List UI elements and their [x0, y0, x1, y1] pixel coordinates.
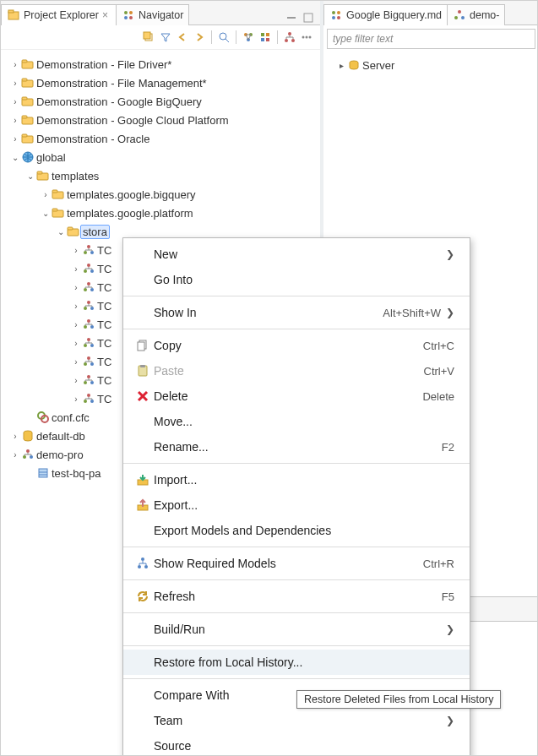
menu-item[interactable]: Go Into [123, 267, 470, 292]
expand-icon[interactable]: ▸ [335, 61, 347, 70]
tree-item-label: TC [95, 300, 111, 313]
expand-icon[interactable]: › [70, 339, 82, 348]
tree-item[interactable]: ›Demonstration - Google Cloud Platform [1, 111, 320, 129]
expand-icon[interactable]: › [70, 302, 82, 311]
svg-point-69 [84, 400, 87, 403]
tab-editor[interactable]: Google Bigquery.md [323, 4, 448, 25]
menu-item-label: Build/Run [154, 623, 441, 636]
maximize-icon[interactable] [302, 11, 315, 24]
presentation-icon[interactable] [258, 30, 272, 44]
expand-icon[interactable]: › [9, 432, 21, 441]
menu-item[interactable]: Build/Run❯ [123, 617, 470, 642]
tree-item[interactable]: ⌄global [1, 148, 320, 166]
tree-item[interactable]: ›Demonstration - Oracle [1, 129, 320, 148]
hierarchy-icon[interactable] [283, 30, 296, 44]
expand-icon[interactable]: › [9, 79, 21, 88]
svg-point-23 [306, 36, 308, 39]
collapse-icon[interactable]: ⌄ [24, 171, 36, 181]
svg-point-20 [285, 39, 288, 42]
tree-item-label: TC [95, 281, 111, 294]
svg-point-74 [26, 449, 30, 453]
svg-rect-77 [39, 469, 47, 477]
menu-item-accelerator: Alt+Shift+W [383, 307, 441, 319]
menu-item[interactable]: Export Models and Dependencies [123, 518, 470, 543]
menu-item[interactable]: CopyCtrl+C [123, 333, 470, 358]
menu-item[interactable]: Source [123, 733, 470, 756]
menu-item[interactable]: Team❯ [123, 708, 470, 733]
collapse-icon[interactable]: ⌄ [55, 227, 67, 237]
expand-icon[interactable]: › [70, 320, 82, 329]
collapse-all-icon[interactable] [142, 30, 155, 44]
tree-item-label: global [35, 151, 66, 164]
expand-icon[interactable]: › [9, 450, 21, 460]
expand-icon[interactable]: › [40, 190, 52, 199]
tabbar-controls [280, 11, 320, 24]
search-icon[interactable] [217, 30, 231, 44]
menu-item[interactable]: Show InAlt+Shift+W❯ [123, 300, 470, 325]
tree-item[interactable]: ›templates.google.bigquery [1, 185, 320, 204]
menu-item[interactable]: RefreshF5 [123, 584, 470, 609]
svg-point-3 [129, 11, 133, 14]
collapse-icon[interactable]: ⌄ [9, 153, 21, 162]
menu-item[interactable]: Restore from Local History... [123, 650, 470, 675]
outline-tree[interactable]: ▸ Server [323, 52, 538, 78]
expand-icon[interactable]: › [9, 60, 21, 69]
tree-item[interactable]: ›Demonstration - File Driver* [1, 55, 320, 73]
tree-item-label: default-db [35, 430, 85, 443]
svg-point-50 [87, 282, 90, 286]
back-icon[interactable] [176, 30, 189, 44]
expand-icon[interactable]: › [9, 134, 21, 144]
menu-item[interactable]: Move... [123, 409, 470, 434]
forward-icon[interactable] [193, 30, 206, 44]
svg-point-83 [337, 16, 340, 19]
db-icon [21, 429, 35, 443]
separator [211, 30, 212, 44]
link-icon[interactable] [242, 30, 255, 44]
expand-icon[interactable]: › [9, 116, 21, 125]
tree-item[interactable]: ›Demonstration - File Management* [1, 73, 320, 92]
menu-item[interactable]: New❯ [123, 242, 470, 267]
filter-icon[interactable] [159, 30, 172, 44]
outline-item-server[interactable]: ▸ Server [327, 56, 535, 74]
menu-item[interactable]: Export... [123, 492, 470, 518]
tab-navigator[interactable]: Navigator [116, 4, 190, 25]
svg-point-63 [84, 362, 87, 366]
tab-project-explorer[interactable]: Project Explorer × [1, 4, 117, 25]
svg-point-47 [87, 264, 90, 267]
expand-icon[interactable]: › [70, 264, 82, 274]
menu-item[interactable]: DeleteDelete [123, 383, 470, 409]
expand-icon[interactable]: › [70, 357, 82, 367]
model-icon [453, 8, 466, 22]
menu-item[interactable]: Rename...F2 [123, 434, 470, 460]
delete-icon [132, 389, 154, 403]
tree-item-label: Demonstration - Google Cloud Platform [35, 114, 229, 127]
menu-item-label: New [154, 247, 441, 261]
parquet-icon [36, 466, 50, 480]
expand-icon[interactable]: › [70, 376, 82, 385]
menu-item[interactable]: Show Required ModelsCtrl+R [123, 551, 470, 576]
menu-item-accelerator: Ctrl+C [423, 340, 454, 352]
menu-separator [123, 678, 470, 679]
svg-point-66 [84, 381, 87, 384]
expand-icon[interactable]: › [70, 394, 82, 404]
minimize-icon[interactable] [285, 11, 298, 24]
close-icon[interactable]: × [102, 11, 111, 19]
expand-icon[interactable]: › [70, 283, 82, 292]
project-explorer-icon [7, 8, 20, 22]
svg-point-99 [141, 557, 144, 561]
tree-item[interactable]: ›Demonstration - Google BigQuery [1, 92, 320, 111]
tree-item[interactable]: ⌄templates [1, 166, 320, 185]
tree-item-label: TC [95, 374, 111, 387]
collapse-icon[interactable]: ⌄ [40, 209, 52, 218]
tab-label: Navigator [139, 9, 184, 21]
expand-icon[interactable]: › [9, 97, 21, 106]
svg-point-48 [84, 269, 87, 273]
separator [236, 30, 236, 44]
tab-editor-2[interactable]: demo- [447, 4, 505, 25]
menu-item[interactable]: Import... [123, 467, 470, 492]
filter-input[interactable]: type filter text [327, 29, 535, 49]
expand-icon[interactable]: › [70, 246, 82, 255]
tab-label: demo- [470, 9, 499, 21]
view-menu-icon[interactable] [300, 30, 313, 44]
tree-item[interactable]: ⌄templates.google.platform [1, 204, 320, 222]
